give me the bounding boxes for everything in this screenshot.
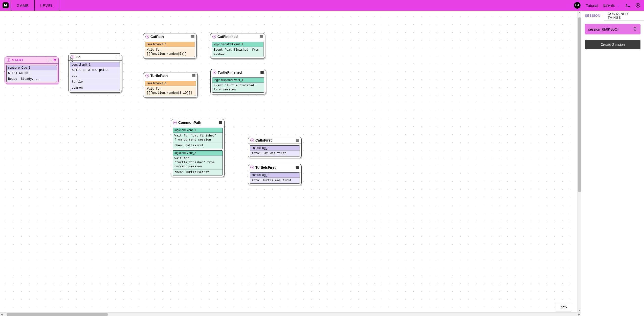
main: START ⚑ control onCue_1 Click Go on: Rea…: [0, 11, 644, 316]
node-title: CatPath: [150, 35, 164, 39]
node-title: Go: [76, 55, 80, 59]
node-turtlefinished[interactable]: TurtleFinished logic dispatchEvent_1 Eve…: [210, 69, 266, 94]
right-panel-tabs: SESSION CONTAINER THINGS: [581, 11, 644, 21]
in-port[interactable]: [247, 174, 249, 176]
tab-container-things[interactable]: CONTAINER THINGS: [604, 11, 644, 21]
node-catisfirst[interactable]: CatIsFirst control log_1 info: Cat was f…: [248, 137, 302, 158]
scroll-down-icon[interactable]: ▼: [578, 309, 581, 312]
menu-icon[interactable]: [191, 35, 194, 38]
tab-session[interactable]: SESSION: [581, 11, 604, 21]
node-catfinished[interactable]: CatFinished logic dispatchEvent_1 Event …: [210, 33, 265, 59]
scroll-thumb[interactable]: [7, 313, 108, 316]
section-logic-dispatch[interactable]: logic dispatchEvent_1 Event 'cat_finishe…: [212, 42, 263, 57]
section-head: logic dispatchEvent_1: [212, 78, 264, 83]
play-icon: [173, 121, 177, 124]
canvas[interactable]: START ⚑ control onCue_1 Click Go on: Rea…: [0, 11, 581, 316]
node-start[interactable]: START ⚑ control onCue_1 Click Go on: Rea…: [5, 56, 59, 84]
edge-layer: [0, 11, 76, 49]
scroll-thumb[interactable]: [578, 17, 581, 192]
logo-cell[interactable]: [0, 0, 11, 11]
right-panel: SESSION CONTAINER THINGS session_6h6KSoO…: [581, 11, 644, 316]
zoom-indicator[interactable]: 75%: [556, 303, 571, 311]
in-port[interactable]: [209, 45, 211, 47]
section-time-timeout[interactable]: time timeout_1 Wait for [[function.rando…: [145, 42, 195, 57]
section-row: Ready, Steady, ...: [7, 76, 57, 82]
section-row: Wait for 'cat_finished' from current ses…: [173, 133, 223, 143]
node-title: CatFinished: [217, 35, 238, 39]
menu-icon[interactable]: [48, 59, 52, 61]
session-chip[interactable]: session_6h6KSoOi: [585, 24, 640, 34]
play-icon: [212, 35, 216, 38]
section-row: Wait for [[function.random(3,10)]]: [145, 86, 196, 96]
play-icon: [145, 74, 149, 77]
node-catpath[interactable]: CatPath time timeout_1 Wait for [[functi…: [143, 33, 197, 59]
node-go[interactable]: Go control split_1 Split up 3 new paths …: [68, 53, 122, 93]
play-circle-icon[interactable]: [635, 3, 640, 8]
app-logo-icon: [3, 2, 9, 8]
node-title: START: [12, 58, 24, 62]
flag-icon[interactable]: ⚑: [53, 58, 56, 62]
node-title: TurtleFinished: [218, 70, 242, 74]
section-head: logic dispatchEvent_1: [212, 42, 263, 47]
section-control-split[interactable]: control split_1 Split up 3 new paths cat…: [70, 62, 120, 91]
section-control-log[interactable]: control log_1 info: Cat was first: [250, 145, 300, 156]
nav-game[interactable]: GAME: [11, 0, 35, 11]
menu-icon[interactable]: [296, 139, 299, 142]
node-title: CatIsFirst: [255, 138, 272, 142]
scroll-up-icon[interactable]: ▲: [578, 11, 581, 14]
menu-icon[interactable]: [260, 35, 263, 38]
section-head: time timeout_1: [145, 81, 196, 86]
section-row: Event 'cat_finished' from session: [212, 47, 263, 57]
horizontal-scrollbar[interactable]: ◀ ▶: [0, 312, 581, 316]
section-control-oncue[interactable]: control onCue_1 Click Go on: Ready, Stea…: [6, 65, 57, 82]
section-row: then: CatIsFirst: [173, 143, 223, 148]
play-icon: [250, 166, 254, 169]
create-session-button[interactable]: Create Session: [585, 40, 640, 49]
section-head: control log_1: [250, 146, 300, 150]
section-row: Split up 3 new paths: [70, 67, 120, 73]
menu-icon[interactable]: [116, 56, 120, 58]
node-turtleisfirst[interactable]: TurtleIsFirst control log_1 info: Turtle…: [248, 164, 302, 185]
node-turtlepath[interactable]: TurtlePath time timeout_1 Wait for [[fun…: [143, 72, 198, 98]
play-icon: [145, 35, 149, 38]
tutorial-link[interactable]: Tutorial: [586, 3, 598, 8]
vertical-scrollbar[interactable]: ▲ ▼: [578, 11, 581, 312]
section-row: Wait for 'turtle_finished' from current …: [173, 155, 223, 170]
in-port[interactable]: [210, 81, 212, 83]
section-logic-dispatch[interactable]: logic dispatchEvent_1 Event 'turtle_fini…: [212, 77, 264, 93]
in-port[interactable]: [247, 147, 249, 149]
section-logic-onevent-2[interactable]: logic onEvent_2 Wait for 'turtle_finishe…: [173, 150, 223, 176]
topbar: GAME LEVEL LA Tutorial Events ⌄: [0, 0, 644, 11]
trash-icon[interactable]: [633, 27, 637, 32]
menu-icon[interactable]: [219, 121, 222, 124]
play-icon: [250, 139, 254, 142]
node-title: CommonPath: [178, 121, 201, 125]
menu-icon[interactable]: [296, 166, 299, 169]
in-port[interactable]: [4, 69, 6, 71]
play-icon: [71, 55, 74, 59]
menu-icon[interactable]: [192, 74, 195, 77]
section-row: common: [70, 85, 120, 91]
user-avatar[interactable]: LA: [574, 2, 581, 9]
section-row: turtle: [70, 79, 120, 85]
section-control-log[interactable]: control log_1 info: Turtle was first: [250, 172, 300, 184]
in-port[interactable]: [68, 72, 70, 74]
in-port[interactable]: [142, 84, 144, 86]
section-row: info: Turtle was first: [250, 177, 300, 183]
scroll-left-icon[interactable]: ◀: [0, 313, 4, 316]
menu-icon[interactable]: [260, 71, 264, 74]
section-row: Click Go on:: [7, 70, 57, 76]
in-port[interactable]: [142, 45, 144, 47]
events-label: Events: [603, 3, 615, 7]
node-commonpath[interactable]: CommonPath logic onEvent_1 Wait for 'cat…: [171, 119, 225, 177]
nav-level[interactable]: LEVEL: [35, 0, 59, 11]
console-icon[interactable]: [625, 3, 630, 7]
scroll-right-icon[interactable]: ▶: [578, 313, 581, 316]
node-title: TurtlePath: [150, 74, 168, 78]
in-port[interactable]: [170, 123, 172, 125]
section-row: cat: [70, 73, 120, 79]
section-logic-onevent-1[interactable]: logic onEvent_1 Wait for 'cat_finished' …: [173, 128, 223, 149]
section-time-timeout[interactable]: time timeout_1 Wait for [[function.rando…: [145, 81, 196, 96]
section-row: then: TurtleIsFirst: [173, 169, 223, 175]
events-dropdown[interactable]: Events ⌄: [603, 3, 620, 8]
